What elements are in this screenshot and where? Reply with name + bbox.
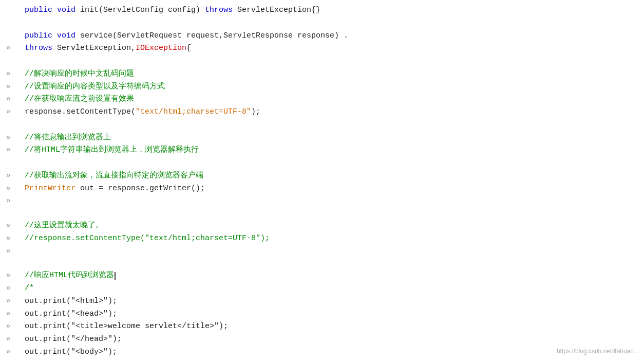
line-content: /* xyxy=(25,282,638,295)
code-token: //将信息输出到浏览器上 xyxy=(25,133,111,142)
code-line: »//设置响应的内容类型以及字符编码方式 xyxy=(0,81,644,94)
code-token: out.print("<html>"); xyxy=(25,297,117,305)
line-marker: » xyxy=(6,195,21,207)
code-line xyxy=(0,55,644,68)
code-line: »PrintWriter out = response.getWriter(); xyxy=(0,183,644,195)
code-token: out = response.getWriter(); xyxy=(75,184,205,193)
code-line xyxy=(0,17,644,30)
code-token: //获取输出流对象，流直接指向特定的浏览器客户端 xyxy=(25,171,203,180)
code-line: »//将HTML字符串输出到浏览器上，浏览器解释执行 xyxy=(0,144,644,157)
line-marker: » xyxy=(6,220,21,231)
line-content: out.print("<head>"); xyxy=(25,308,638,321)
line-content: //这里设置就太晚了。 xyxy=(25,220,638,232)
code-line: »out.print("<head>"); xyxy=(0,308,644,321)
code-line: »out.print("</head>"); xyxy=(0,333,644,346)
line-marker: » xyxy=(6,132,21,143)
code-line xyxy=(0,119,644,132)
line-marker: » xyxy=(6,346,21,358)
code-token: out.print("</head>"); xyxy=(25,335,122,343)
line-marker: » xyxy=(6,308,21,320)
line-content: public void init(ServletConfig config) t… xyxy=(25,4,638,17)
code-token: init(ServletConfig config) xyxy=(80,6,205,14)
code-token: IOException xyxy=(136,44,186,52)
code-token: /* xyxy=(25,284,34,293)
line-content: //设置响应的内容类型以及字符编码方式 xyxy=(25,81,638,94)
code-line xyxy=(0,257,644,270)
line-content: throws ServletException,IOException{ xyxy=(25,42,638,55)
line-content: //response.setContentType("text/html;cha… xyxy=(25,232,638,245)
code-token: response.setContentType( xyxy=(25,107,136,116)
code-token: //在获取响应流之前设置有效果 xyxy=(25,95,134,103)
code-line xyxy=(0,157,644,170)
code-token: { xyxy=(186,44,191,52)
line-content: PrintWriter out = response.getWriter(); xyxy=(25,183,638,195)
code-line: »//解决响应的时候中文乱码问题 xyxy=(0,68,644,81)
code-line: »/* xyxy=(0,282,644,295)
code-token: "text/html;charset=UTF-8" xyxy=(136,107,251,116)
code-line: »out.print("<body>"); xyxy=(0,346,644,359)
code-token: //这里设置就太晚了。 xyxy=(25,221,103,230)
code-line: »//响应HTML代码到浏览器 xyxy=(0,269,644,282)
code-token: out.print("<head>"); xyxy=(25,310,117,318)
line-content: //获取输出流对象，流直接指向特定的浏览器客户端 xyxy=(25,170,638,183)
line-marker: » xyxy=(6,269,21,281)
line-content: //解决响应的时候中文乱码问题 xyxy=(25,68,638,81)
line-marker: » xyxy=(6,93,21,105)
code-token: service(ServletRequest request,ServletRe… xyxy=(80,31,348,40)
code-line: »//response.setContentType("text/html;ch… xyxy=(0,232,644,245)
code-token: public xyxy=(25,31,57,40)
line-content: out.print("</head>"); xyxy=(25,333,638,346)
line-content: response.setContentType("text/html;chars… xyxy=(25,106,638,119)
line-content: public void service(ServletRequest reque… xyxy=(25,30,638,43)
code-token: throws xyxy=(205,6,237,14)
line-content: //将HTML字符串输出到浏览器上，浏览器解释执行 xyxy=(25,144,638,157)
line-marker: » xyxy=(6,170,21,182)
code-line xyxy=(0,207,644,220)
code-token: void xyxy=(57,6,80,14)
line-marker: » xyxy=(6,232,21,244)
line-marker: » xyxy=(6,245,21,257)
code-token: PrintWriter xyxy=(25,184,75,193)
line-marker: » xyxy=(6,333,21,345)
code-token: void xyxy=(57,31,80,40)
line-marker: » xyxy=(6,282,21,294)
line-content: //在获取响应流之前设置有效果 xyxy=(25,93,638,106)
line-marker: » xyxy=(6,183,21,194)
line-content: //将信息输出到浏览器上 xyxy=(25,132,638,144)
code-line: public void service(ServletRequest reque… xyxy=(0,30,644,43)
code-line: »//获取输出流对象，流直接指向特定的浏览器客户端 xyxy=(0,170,644,183)
code-token: //设置响应的内容类型以及字符编码方式 xyxy=(25,82,165,91)
code-line: » xyxy=(0,245,644,257)
code-token: public xyxy=(25,6,57,14)
code-token: //将HTML字符串输出到浏览器上，浏览器解释执行 xyxy=(25,146,199,154)
code-line: » xyxy=(0,195,644,207)
code-line: »response.setContentType("text/html;char… xyxy=(0,106,644,119)
code-line: »out.print("<html>"); xyxy=(0,295,644,308)
line-marker: » xyxy=(6,320,21,332)
code-token: //解决响应的时候中文乱码问题 xyxy=(25,69,134,78)
line-marker: » xyxy=(6,81,21,93)
code-container: public void init(ServletConfig config) t… xyxy=(0,0,644,362)
code-token: ServletException, xyxy=(57,44,136,52)
code-token: //response.setContentType("text/html;cha… xyxy=(25,234,270,243)
line-marker: » xyxy=(6,42,21,54)
line-content: out.print("<title>welcome servlet</title… xyxy=(25,320,638,333)
code-token: //响应HTML代码到浏览器 xyxy=(25,271,114,280)
line-marker: » xyxy=(6,144,21,156)
line-content: out.print("<body>"); xyxy=(25,346,638,359)
code-line: »throws ServletException,IOException{ xyxy=(0,42,644,55)
code-token: out.print("<body>"); xyxy=(25,348,117,356)
line-content: //响应HTML代码到浏览器 xyxy=(25,269,638,282)
code-token: ); xyxy=(251,107,260,116)
code-token: throws xyxy=(25,44,57,52)
watermark-text: https://blog.csdn.net/ltahuan... xyxy=(557,347,639,357)
code-line: public void init(ServletConfig config) t… xyxy=(0,4,644,17)
text-cursor xyxy=(115,272,116,280)
line-marker: » xyxy=(6,295,21,307)
code-line: »//在获取响应流之前设置有效果 xyxy=(0,93,644,106)
code-line: »out.print("<title>welcome servlet</titl… xyxy=(0,320,644,333)
code-token: ServletException{} xyxy=(237,6,320,14)
line-marker: » xyxy=(6,68,21,80)
line-content: out.print("<html>"); xyxy=(25,295,638,308)
code-line: »//这里设置就太晚了。 xyxy=(0,220,644,232)
